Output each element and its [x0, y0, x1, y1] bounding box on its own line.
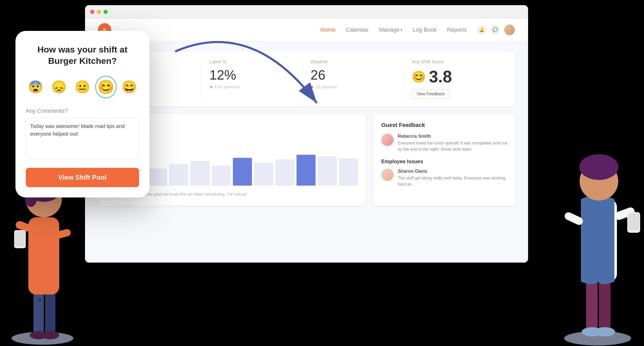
feedback-text-sharon: The staff got along really well today. E…: [398, 175, 507, 187]
view-feedback-button[interactable]: View Feedback: [412, 89, 450, 99]
nav-calendar[interactable]: Calendar: [346, 27, 369, 33]
feedback-text-rebecca: Everyone loved the lunch special! It was…: [398, 140, 507, 152]
emoji-very-sad[interactable]: 😨: [26, 77, 45, 97]
manage-dropdown-arrow: ▾: [401, 28, 402, 32]
feedback-avatar-rebecca: [381, 134, 394, 146]
chart-bar: [318, 156, 337, 186]
employee-issue-item: Sharon Davis The staff got along really …: [381, 169, 507, 187]
nav-reports[interactable]: Reports: [447, 27, 467, 33]
chart-bar-highlight: [233, 158, 252, 186]
nav-icons: 🔔 💬: [477, 24, 515, 36]
chart-bar: [339, 158, 358, 186]
chat-icon[interactable]: 💬: [490, 25, 500, 34]
chart-bar-highlight: [296, 155, 316, 186]
stat-avg-shift-label: Avg Shift Score: [412, 59, 497, 65]
emoji-neutral[interactable]: 😐: [73, 77, 92, 97]
chart-bar: [169, 164, 188, 186]
svg-point-19: [595, 327, 615, 336]
svg-point-14: [38, 298, 42, 302]
svg-rect-3: [45, 289, 55, 336]
app-nav: ≡ Home Calendar Manage ▾ Log Book Report…: [85, 19, 528, 41]
nav-logbook[interactable]: Log Book: [413, 27, 437, 33]
svg-rect-25: [628, 213, 639, 230]
view-shift-pool-button[interactable]: View Shift Pool: [26, 168, 139, 187]
svg-rect-2: [33, 289, 44, 336]
emoji-row[interactable]: 😨 😞 😐 😊 😄: [26, 77, 139, 97]
notification-icon[interactable]: 🔔: [477, 25, 486, 34]
comments-label: Any Comments?: [26, 108, 139, 114]
modal-question: How was your shift at Burger Kitchen?: [26, 44, 139, 66]
browser-titlebar: [85, 5, 528, 19]
emoji-happy[interactable]: 😊: [95, 76, 117, 98]
chart-bar: [190, 161, 209, 186]
nav-manage[interactable]: Manage ▾: [379, 27, 402, 33]
employee-issues-title: Employee Issues: [381, 159, 507, 165]
nav-links: Home Calendar Manage ▾ Log Book Reports: [320, 27, 467, 33]
score-emoji: 😊: [412, 70, 426, 83]
feedback-item: Rebecca Smith Everyone loved the lunch s…: [381, 134, 507, 152]
svg-rect-17: [599, 276, 611, 333]
svg-rect-13: [15, 231, 25, 246]
feedback-name-rebecca: Rebecca Smith: [398, 134, 507, 139]
nav-home[interactable]: Home: [320, 27, 336, 33]
feedback-content: Rebecca Smith Everyone loved the lunch s…: [398, 134, 507, 152]
svg-point-5: [41, 331, 59, 339]
phone-modal: How was your shift at Burger Kitchen? 😨 …: [15, 31, 149, 197]
svg-rect-16: [586, 276, 598, 333]
feedback-card: Guest Feedback Rebecca Smith Everyone lo…: [374, 114, 515, 205]
chart-bar: [212, 166, 231, 186]
emoji-sad[interactable]: 😞: [49, 77, 69, 97]
comments-textarea[interactable]: Today was awesome! Made mad tips and eve…: [26, 118, 139, 159]
svg-rect-6: [28, 217, 59, 295]
chart-bar: [275, 159, 294, 186]
bottom-row: Sales $2580 878 previous: [98, 114, 515, 205]
score-value: 3.8: [429, 67, 452, 86]
traffic-light-red[interactable]: [90, 10, 94, 14]
chart-bar: [148, 169, 167, 186]
guest-feedback-title: Guest Feedback: [381, 122, 507, 128]
curved-arrow: [149, 39, 330, 116]
feedback-name-sharon: Sharon Davis: [398, 169, 507, 174]
traffic-light-green[interactable]: [104, 10, 108, 14]
user-avatar[interactable]: [504, 24, 515, 36]
feedback-avatar-sharon: [381, 169, 394, 181]
figure-right: [551, 101, 644, 346]
employee-issue-content: Sharon Davis The staff got along really …: [398, 169, 507, 187]
emoji-very-happy[interactable]: 😄: [120, 77, 139, 97]
stat-score-display: 😊 3.8: [412, 67, 497, 86]
stat-avg-shift-score: Avg Shift Score 😊 3.8 View Feedback: [404, 59, 505, 99]
chart-bar: [254, 162, 273, 186]
svg-point-22: [579, 154, 618, 180]
traffic-light-yellow[interactable]: [97, 10, 101, 14]
